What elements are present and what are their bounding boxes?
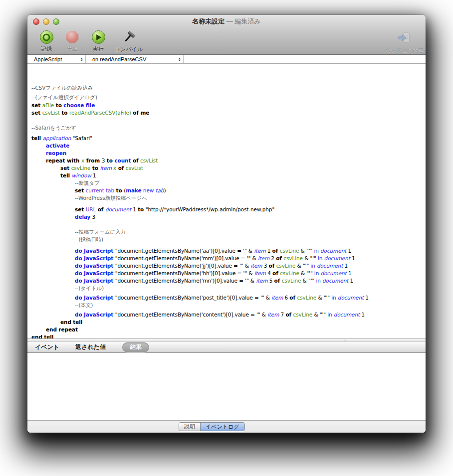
run-button[interactable]: 実行 <box>85 29 111 53</box>
code-line: set current tab to (make new tab) <box>27 187 426 194</box>
bundle-contents-label: バンドルの内容 <box>385 47 424 54</box>
code-line: set URL of document 1 to "http://*yourWP… <box>27 206 426 213</box>
code-line: end tell <box>27 333 426 338</box>
tab-events[interactable]: イベント <box>34 343 60 351</box>
record-label: 記録 <box>41 45 52 53</box>
minimize-button[interactable] <box>43 18 49 25</box>
split-view-divider[interactable] <box>27 338 426 342</box>
code-line: --(投稿日時) <box>27 236 426 243</box>
splitter-dimple-icon <box>344 339 346 341</box>
stop-label: 中止 <box>67 45 78 52</box>
status-bar: 説明 イベントログ <box>27 420 426 433</box>
code-line: set csvList to readAndParseCSV(aFile) of… <box>27 109 426 117</box>
stop-icon <box>66 31 79 43</box>
segment-description[interactable]: 説明 <box>179 423 201 431</box>
code-line: --(タイトル) <box>27 285 426 292</box>
navigation-bar: AppleScript ▲▼ on readAndParseCSV ▲▼ <box>27 55 426 64</box>
code-line: do JavaScript "document.getElementsByNam… <box>27 255 426 262</box>
record-icon <box>40 30 53 44</box>
segment-event-log-selected[interactable]: イベントログ <box>201 423 244 431</box>
code-line: --投稿フォームに入力 <box>27 228 426 236</box>
script-editor-text-area[interactable]: --CSVファイルの読み込み--(ファイル選択ダイアログ)set aFile t… <box>27 64 426 338</box>
handler-popup[interactable]: on readAndParseCSV ▲▼ <box>86 55 184 63</box>
code-line: set aFile to choose file <box>27 102 426 109</box>
tab-result-selected[interactable]: 結果 <box>122 342 149 352</box>
code-line: tell application "Safari" <box>27 135 426 142</box>
result-pane <box>27 353 426 420</box>
code-line: do JavaScript "document.getElementsByNam… <box>27 247 426 255</box>
code-line: repeat with x from 3 to count of csvList <box>27 157 426 164</box>
code-line: end tell <box>27 318 426 326</box>
code-line: do JavaScript "document.getElementsByNam… <box>27 270 426 277</box>
code-line: --CSVファイルの読み込み <box>27 84 426 92</box>
toolbar: 記録 中止 実行 コンパイル <box>27 28 426 55</box>
zoom-button[interactable] <box>53 18 59 25</box>
titlebar[interactable]: 名称未設定 — 編集済み <box>27 15 426 28</box>
language-popup[interactable]: AppleScript ▲▼ <box>27 55 86 63</box>
code-line: activate <box>27 142 426 150</box>
language-popup-value: AppleScript <box>34 56 62 62</box>
compile-label: コンパイル <box>115 46 143 53</box>
result-tab-bar: イベント 返された値 結果 <box>27 342 426 353</box>
code-line: do JavaScript "document.getElementsByNam… <box>27 311 426 318</box>
code-line: end repeat <box>27 326 426 333</box>
code-line: do JavaScript "document.getElementsByNam… <box>27 262 426 270</box>
document-title: 名称未設定 <box>192 17 225 25</box>
traffic-lights <box>33 18 59 25</box>
hammer-icon <box>121 30 136 44</box>
code-line: --(ファイル選択ダイアログ) <box>27 94 426 101</box>
compile-button[interactable]: コンパイル <box>111 29 146 53</box>
code-line: do JavaScript "document.getElementsByNam… <box>27 294 426 302</box>
bundle-contents-icon <box>397 31 412 45</box>
run-icon <box>92 30 105 44</box>
edited-suffix: — 編集済み <box>225 17 261 25</box>
window-title: 名称未設定 — 編集済み <box>27 15 426 28</box>
record-button[interactable]: 記録 <box>33 29 59 53</box>
tab-separator <box>115 344 115 351</box>
code-line: --(本文) <box>27 302 426 309</box>
code-line: do JavaScript "document.getElementsByNam… <box>27 277 426 285</box>
code-line: --WordPress新規投稿ページへ <box>27 194 426 202</box>
code-line: --Safariをうごかす <box>27 124 426 132</box>
bundle-contents-button: バンドルの内容 <box>387 30 422 54</box>
window-chrome: 名称未設定 — 編集済み 記録 中止 実行 <box>27 15 426 55</box>
stop-button: 中止 <box>59 29 85 52</box>
code-line: tell window 1 <box>27 172 426 179</box>
code-line: --新規タブ <box>27 179 426 187</box>
code-line: delay 3 <box>27 213 426 221</box>
run-label: 実行 <box>93 45 104 53</box>
tab-returned-value[interactable]: 返された値 <box>74 343 107 351</box>
code-line: set csvLine to item x of csvList <box>27 164 426 172</box>
code-line: reopen <box>27 150 426 157</box>
bottom-segmented-control: 説明 イベントログ <box>179 422 245 431</box>
popup-arrows-icon: ▲▼ <box>80 57 83 62</box>
handler-popup-value: on readAndParseCSV <box>92 56 146 62</box>
close-button[interactable] <box>33 18 39 25</box>
applescript-editor-window: 名称未設定 — 編集済み 記録 中止 実行 <box>27 15 426 433</box>
popup-arrows-icon: ▲▼ <box>178 57 181 62</box>
